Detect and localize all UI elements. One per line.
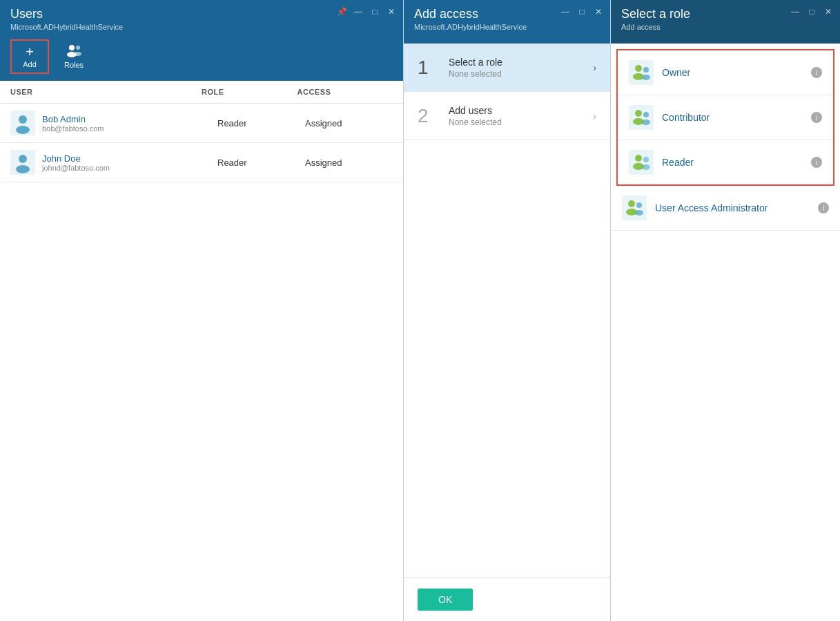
add-label: Add (23, 60, 37, 68)
svg-point-0 (69, 45, 75, 50)
user-role: Reader (217, 157, 305, 168)
step-1-title: Select a role (449, 57, 593, 68)
roles-label: Roles (64, 61, 84, 69)
svg-point-2 (76, 46, 80, 50)
col-access-header: ACCESS (297, 88, 393, 96)
close-icon[interactable]: ✕ (592, 6, 605, 18)
step-1[interactable]: 1 Select a role None selected › (404, 44, 610, 92)
add-icon: + (26, 45, 34, 59)
info-icon[interactable]: i (811, 112, 822, 123)
info-icon[interactable]: i (811, 67, 822, 78)
svg-point-13 (643, 67, 649, 73)
maximize-icon[interactable]: □ (576, 6, 588, 18)
info-icon[interactable]: i (811, 157, 822, 168)
svg-rect-10 (629, 60, 654, 85)
contributor-role-name: Contributor (662, 112, 811, 123)
pin-icon[interactable]: 📌 (335, 6, 348, 18)
step-2-title: Add users (449, 105, 593, 116)
add-access-footer: OK (404, 577, 610, 621)
user-name: John Doe (42, 153, 217, 164)
step-2[interactable]: 2 Add users None selected › (404, 92, 610, 140)
role-reader[interactable]: Reader i (618, 140, 833, 184)
col-role-header: ROLE (202, 88, 297, 96)
add-button[interactable]: + Add (10, 39, 49, 74)
user-access: Assigned (305, 157, 393, 168)
svg-rect-25 (622, 195, 647, 220)
maximize-icon[interactable]: □ (369, 6, 381, 18)
user-email: bob@fabtoso.com (42, 124, 217, 133)
owner-role-icon (629, 60, 654, 85)
users-window-controls: 📌 — □ ✕ (335, 6, 398, 18)
user-info: Bob Admin bob@fabtoso.com (42, 114, 217, 133)
role-user-access-admin[interactable]: User Access Administrator i (611, 186, 840, 231)
user-access-admin-role-icon (622, 195, 647, 220)
role-owner[interactable]: Owner i (618, 50, 833, 95)
svg-point-5 (19, 115, 27, 124)
step-2-number: 2 (418, 105, 438, 127)
svg-point-16 (635, 110, 642, 117)
close-icon[interactable]: ✕ (385, 6, 398, 18)
users-subtitle: Microsoft.ADHybridHealthService (10, 23, 393, 31)
select-role-subtitle: Add access (621, 23, 830, 31)
minimize-icon[interactable]: — (789, 6, 801, 18)
roles-button[interactable]: Roles (55, 39, 93, 74)
users-panel-header: 📌 — □ ✕ Users Microsoft.ADHybridHealthSe… (0, 0, 403, 81)
step-1-number: 1 (418, 57, 438, 79)
step-1-subtitle: None selected (449, 69, 593, 79)
svg-rect-15 (629, 105, 654, 130)
svg-point-26 (628, 200, 635, 207)
avatar (10, 111, 35, 135)
user-name: Bob Admin (42, 114, 217, 124)
svg-rect-20 (629, 150, 654, 175)
svg-point-21 (635, 155, 642, 162)
table-row[interactable]: Bob Admin bob@fabtoso.com Reader Assigne… (0, 104, 403, 143)
svg-point-3 (75, 52, 81, 56)
svg-point-18 (643, 112, 649, 117)
role-contributor[interactable]: Contributor i (618, 95, 833, 140)
svg-point-19 (642, 120, 650, 125)
minimize-icon[interactable]: — (352, 6, 364, 18)
step-list: 1 Select a role None selected › 2 Add us… (404, 44, 610, 577)
add-access-header: — □ ✕ Add access Microsoft.ADHybridHealt… (404, 0, 610, 44)
users-content: USER ROLE ACCESS Bob Admin bob@fabtoso.c… (0, 81, 403, 621)
users-panel: 📌 — □ ✕ Users Microsoft.ADHybridHealthSe… (0, 0, 404, 621)
user-info: John Doe johnd@fabtoso.com (42, 153, 217, 172)
user-access-admin-role-name: User Access Administrator (655, 202, 818, 213)
svg-point-8 (19, 155, 27, 163)
svg-point-14 (642, 75, 650, 80)
svg-point-6 (16, 126, 30, 134)
step-2-text: Add users None selected (449, 105, 593, 127)
close-icon[interactable]: ✕ (822, 6, 834, 18)
minimize-icon[interactable]: — (559, 6, 572, 18)
role-list: Owner i Contributor i (611, 44, 840, 621)
svg-point-28 (636, 202, 642, 208)
users-toolbar: + Add Roles (10, 38, 393, 75)
svg-point-24 (642, 164, 650, 170)
ok-button[interactable]: OK (418, 589, 473, 611)
user-access: Assigned (305, 118, 393, 128)
info-icon[interactable]: i (818, 202, 829, 213)
owner-role-name: Owner (662, 67, 811, 78)
select-role-header: — □ ✕ Select a role Add access (611, 0, 840, 44)
roles-selection-box: Owner i Contributor i (616, 49, 834, 186)
reader-role-name: Reader (662, 157, 811, 168)
add-access-window-controls: — □ ✕ (559, 6, 605, 18)
svg-point-29 (635, 210, 643, 216)
user-role: Reader (217, 118, 305, 128)
table-header: USER ROLE ACCESS (0, 81, 403, 104)
add-access-subtitle: Microsoft.ADHybridHealthService (414, 23, 600, 31)
avatar (10, 150, 35, 175)
step-2-subtitle: None selected (449, 117, 593, 127)
step-1-text: Select a role None selected (449, 57, 593, 79)
add-access-panel: — □ ✕ Add access Microsoft.ADHybridHealt… (404, 0, 611, 621)
chevron-right-icon: › (593, 62, 596, 73)
svg-point-11 (635, 65, 642, 72)
svg-point-23 (643, 157, 649, 162)
svg-point-9 (16, 165, 30, 173)
table-row[interactable]: John Doe johnd@fabtoso.com Reader Assign… (0, 143, 403, 182)
select-role-window-controls: — □ ✕ (789, 6, 834, 18)
roles-icon (66, 44, 81, 59)
maximize-icon[interactable]: □ (805, 6, 818, 18)
col-user-header: USER (10, 88, 202, 96)
reader-role-icon (629, 150, 654, 175)
